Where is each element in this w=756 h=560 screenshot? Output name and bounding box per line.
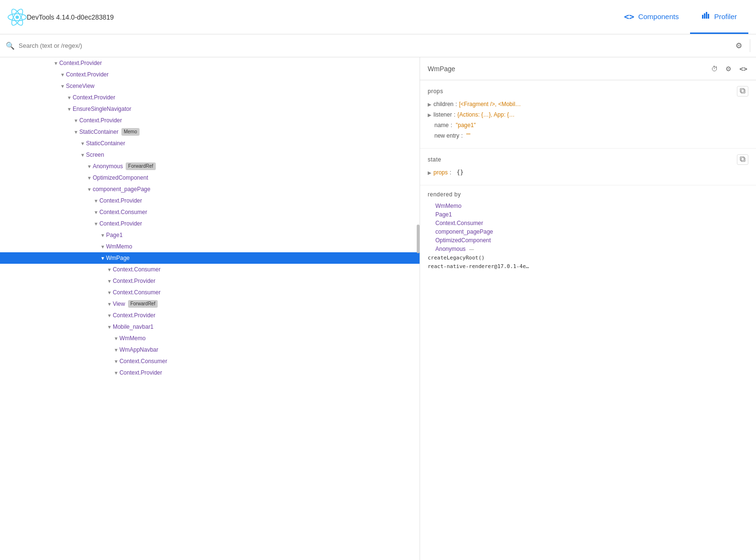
state-props[interactable]: ▶ props : {} [428,169,748,179]
tree-arrow: ▼ [54,61,58,66]
tree-item[interactable]: ▼ WmAppNavbar [0,344,420,355]
component-label: Context.Consumer [113,289,161,296]
component-tree-panel: ▼ Context.Provider ▼ Context.Provider ▼ … [0,57,420,560]
tree-arrow: ▼ [94,198,98,204]
rendered-link[interactable]: Anonymous [435,246,465,252]
header: DevTools 4.14.0-d0ec283819 <> Components… [0,0,756,34]
tree-arrow: ▼ [80,152,85,158]
tree-item[interactable]: ▼ Page1 [0,229,420,241]
tree-arrow: ▼ [80,141,85,146]
component-label: StaticContainer [79,129,119,135]
svg-rect-5 [704,13,705,19]
forwardref-badge: ForwardRef [126,162,155,170]
svg-rect-9 [741,89,745,93]
suspend-button[interactable]: ⏱ [710,64,719,74]
tree-arrow: ▼ [74,118,78,123]
tree-item[interactable]: ▼ Context.Consumer [0,206,420,218]
view-source-button[interactable]: <> [738,64,748,74]
tree-arrow: ▼ [87,187,92,192]
tree-arrow: ▼ [114,336,119,341]
tree-item-wmpage[interactable]: ▼ WmPage [0,252,420,264]
rendered-link[interactable]: OptimizedComponent [435,237,491,244]
tree-item[interactable]: ▼ EnsureSingleNavigator [0,103,420,115]
tree-item[interactable]: ▼ Context.Provider [0,310,420,321]
svg-rect-4 [702,15,703,19]
tree-item[interactable]: ▼ WmMemo [0,241,420,252]
rendered-by-item[interactable]: WmMemo [428,202,748,210]
tree-item[interactable]: ▼ Context.Provider [0,69,420,80]
component-label: Context.Provider [66,71,108,78]
tree-item[interactable]: ▼ Context.Consumer [0,355,420,367]
svg-rect-11 [741,158,745,162]
tree-item[interactable]: ▼ OptimizedComponent [0,172,420,183]
component-label: WmMemo [119,335,146,342]
rendered-link[interactable]: Context.Consumer [435,220,483,226]
rendered-link[interactable]: Page1 [435,211,452,218]
search-input[interactable] [19,42,734,49]
props-section: props ▶ children : [<Fragment />, <Mobil… [420,80,756,149]
svg-point-0 [15,15,19,19]
tree-item[interactable]: ▼ Anonymous ForwardRef [0,161,420,172]
component-label: StaticContainer [86,140,125,147]
rendered-link[interactable]: WmMemo [435,203,462,209]
component-label: Context.Provider [99,220,142,227]
tree-item[interactable]: ▼ component_pagePage [0,183,420,195]
tree-item[interactable]: ▼ Screen [0,149,420,161]
tree-item[interactable]: ▼ Context.Provider [0,92,420,103]
component-label: Context.Provider [119,369,162,376]
svg-rect-7 [708,14,709,19]
tree-item[interactable]: ▼ WmMemo [0,333,420,344]
prop-value: "page1" [454,122,475,129]
tree-item[interactable]: ▼ Context.Provider [0,115,420,126]
tree-arrow: ▼ [107,324,112,330]
search-settings-button[interactable]: ⚙ [734,39,744,52]
prop-children[interactable]: ▶ children : [<Fragment />, <Mobil… [428,100,748,111]
tree-item[interactable]: ▼ StaticContainer [0,138,420,149]
rendered-by-item: createLegacyRoot() [428,253,748,262]
svg-rect-8 [740,88,744,92]
component-label: OptimizedComponent [93,174,148,181]
detail-component-name: WmPage [428,65,704,73]
component-label: Context.Consumer [113,266,161,273]
component-label: Context.Provider [73,94,115,101]
component-label: Mobile_navbar1 [113,323,153,330]
search-area: 🔍 ⚙ [6,39,750,52]
rendered-by-item[interactable]: component_pagePage [428,227,748,236]
component-label: SceneView [66,83,95,89]
prop-listener[interactable]: ▶ listener : {Actions: {…}, App: {… [428,111,748,121]
detail-header: WmPage ⏱ ⚙ <> [420,57,756,80]
prop-colon: : [451,122,452,129]
props-copy-button[interactable] [737,86,748,97]
tree-scrollbar[interactable] [417,225,420,253]
tree-item[interactable]: ▼ StaticContainer Memo [0,126,420,138]
tree-item[interactable]: ▼ Context.Consumer [0,264,420,275]
component-label: EnsureSingleNavigator [73,106,131,112]
rendered-by-item[interactable]: Anonymous — [428,245,748,253]
tab-profiler[interactable]: Profiler [690,0,748,34]
state-copy-button[interactable] [737,154,748,165]
tab-components[interactable]: <> Components [613,0,691,34]
tree-item[interactable]: ▼ Context.Provider [0,218,420,229]
tree-item[interactable]: ▼ Context.Provider [0,275,420,287]
components-icon: <> [624,11,635,22]
tree-arrow: ▼ [87,164,92,169]
rendered-by-item[interactable]: Context.Consumer [428,219,748,227]
rendered-by-item[interactable]: Page1 [428,210,748,219]
prop-expand-arrow: ▶ [428,112,432,118]
settings-button[interactable]: ⚙ [724,64,733,74]
rendered-by-item[interactable]: OptimizedComponent [428,236,748,245]
tree-item[interactable]: ▼ View ForwardRef [0,298,420,310]
rendered-by-title: rendered by [428,191,748,198]
tree-item[interactable]: ▼ Context.Provider [0,195,420,206]
tree-item[interactable]: ▼ Context.Provider [0,57,420,69]
tree-item[interactable]: ▼ SceneView [0,80,420,92]
prop-value: {} [453,169,464,176]
prop-colon: : [454,111,455,118]
component-label: Context.Provider [79,117,122,124]
tree-item[interactable]: ▼ Context.Provider [0,367,420,378]
tree-item[interactable]: ▼ Mobile_navbar1 [0,321,420,333]
tree-item[interactable]: ▼ Context.Consumer [0,287,420,298]
component-label: Context.Provider [59,60,102,66]
rendered-link[interactable]: component_pagePage [435,228,493,235]
profiler-icon [702,11,710,22]
